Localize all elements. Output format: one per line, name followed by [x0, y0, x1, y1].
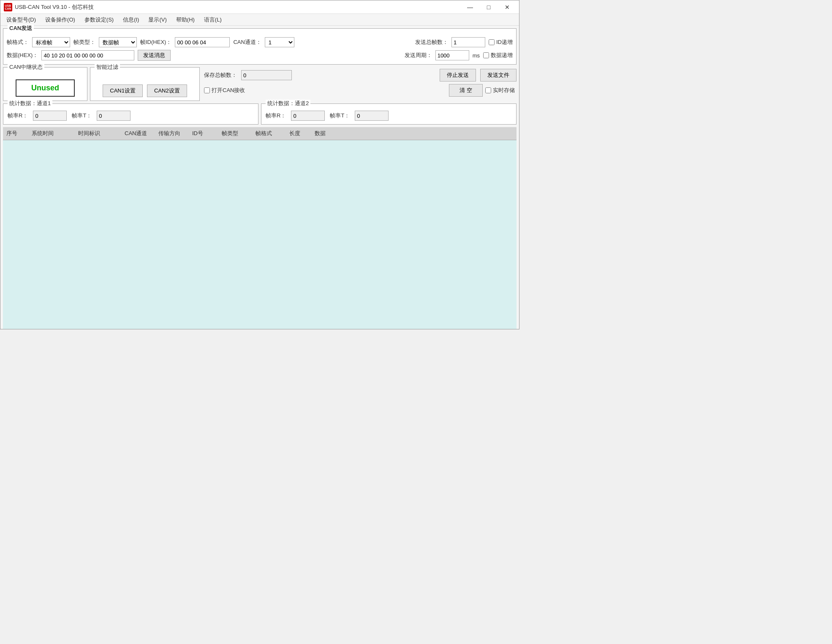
- save-row: 保存总帧数： 停止发送 发送文件: [202, 69, 517, 82]
- stats-section: 统计数据：通道1 帧率R： 帧率T： 统计数据：通道2 帧率R： 帧率T：: [3, 103, 517, 125]
- ch2-frame-rate-t-input: [355, 111, 389, 121]
- send-period-input[interactable]: [435, 50, 469, 60]
- stats-ch2-title: 统计数据：通道2: [266, 100, 310, 107]
- frame-format-label: 帧格式：: [7, 38, 29, 46]
- can1-setup-button[interactable]: CAN1设置: [103, 84, 143, 97]
- stats-ch1-title: 统计数据：通道1: [8, 100, 52, 107]
- realtime-save-label: 实时存储: [493, 87, 515, 94]
- send-file-button[interactable]: 发送文件: [480, 69, 517, 82]
- data-increment-checkbox[interactable]: [483, 52, 489, 58]
- menu-device-type[interactable]: 设备型号(D): [2, 15, 40, 25]
- open-can-receive-label: 打开CAN接收: [212, 87, 245, 94]
- realtime-save-row: 实时存储: [485, 87, 515, 94]
- id-increment-checkbox-row: ID递增: [489, 38, 513, 46]
- stats-ch2-row: 帧率R： 帧率T：: [266, 111, 512, 121]
- stop-send-button[interactable]: 停止发送: [440, 69, 476, 82]
- ch2-frame-rate-t-label: 帧率T：: [330, 112, 350, 120]
- data-hex-label: 数据(HEX)：: [7, 52, 38, 59]
- total-frames-label: 发送总帧数：: [415, 38, 448, 46]
- frame-id-input[interactable]: [175, 37, 230, 47]
- frame-id-label: 帧ID(HEX)：: [140, 38, 171, 46]
- send-msg-button[interactable]: 发送消息: [138, 50, 171, 61]
- col-can-channel: CAN通道: [121, 130, 155, 137]
- menu-language[interactable]: 语言(L): [200, 15, 226, 25]
- minimize-button[interactable]: —: [462, 2, 479, 12]
- table-area[interactable]: [3, 140, 517, 329]
- col-time-mark: 时间标识: [75, 130, 121, 137]
- col-frame-type: 帧类型: [218, 130, 252, 137]
- col-sys-time: 系统时间: [28, 130, 75, 137]
- send-row2: 数据(HEX)： 发送消息 发送周期： ms 数据递增: [7, 50, 513, 61]
- menubar: 设备型号(D) 设备操作(O) 参数设定(S) 信息(I) 显示(V) 帮助(H…: [0, 14, 519, 26]
- send-period-label: 发送周期：: [405, 52, 432, 59]
- right-section: 保存总帧数： 停止发送 发送文件 打开CAN接收 清 空 实时存储: [202, 67, 517, 101]
- filter-buttons: CAN1设置 CAN2设置: [103, 84, 187, 97]
- id-increment-checkbox[interactable]: [489, 39, 495, 45]
- titlebar-left: USBCAN USB-CAN Tool V9.10 - 创芯科技: [4, 3, 94, 11]
- frame-type-select[interactable]: 数据帧 远程帧: [99, 37, 137, 47]
- titlebar: USBCAN USB-CAN Tool V9.10 - 创芯科技 — □ ✕: [0, 0, 519, 14]
- col-length: 长度: [286, 130, 311, 137]
- total-save-label: 保存总帧数：: [204, 71, 237, 79]
- can-send-title: CAN发送: [8, 24, 34, 32]
- stats-ch1-row: 帧率R： 帧率T：: [8, 111, 254, 121]
- stats-ch1-box: 统计数据：通道1 帧率R： 帧率T：: [3, 103, 258, 125]
- stats-ch2-box: 统计数据：通道2 帧率R： 帧率T：: [261, 103, 517, 125]
- data-hex-input[interactable]: [41, 50, 134, 60]
- col-data: 数据: [311, 130, 517, 137]
- menu-display[interactable]: 显示(V): [144, 15, 171, 25]
- action-row: 打开CAN接收 清 空 实时存储: [202, 84, 517, 97]
- app-icon: USBCAN: [4, 3, 12, 11]
- can-channel-select[interactable]: 1 2: [265, 37, 294, 47]
- close-button[interactable]: ✕: [499, 2, 516, 12]
- relay-status-button[interactable]: Unused: [16, 79, 75, 97]
- main-area: CAN发送 帧格式： 标准帧 扩展帧 帧类型： 数据帧 远程帧 帧ID(HEX)…: [0, 26, 519, 329]
- menu-info[interactable]: 信息(I): [119, 15, 143, 25]
- relay-box: CAN中继状态 Unused: [3, 67, 87, 101]
- table-header: 序号 系统时间 时间标识 CAN通道 传输方向 ID号 帧类型 帧格式 长度 数…: [3, 127, 517, 140]
- menu-device-op[interactable]: 设备操作(O): [41, 15, 79, 25]
- total-save-input: [241, 70, 292, 80]
- total-frames-input[interactable]: [451, 37, 485, 47]
- id-increment-label: ID递增: [496, 38, 513, 46]
- can2-setup-button[interactable]: CAN2设置: [147, 84, 187, 97]
- ch1-frame-rate-r-label: 帧率R：: [8, 112, 28, 120]
- ch1-frame-rate-r-input: [33, 111, 67, 121]
- can-send-group: CAN发送 帧格式： 标准帧 扩展帧 帧类型： 数据帧 远程帧 帧ID(HEX)…: [3, 28, 517, 65]
- window-title: USB-CAN Tool V9.10 - 创芯科技: [15, 3, 94, 11]
- ch2-frame-rate-r-input: [291, 111, 325, 121]
- open-can-receive-checkbox[interactable]: [204, 87, 210, 93]
- middle-section: CAN中继状态 Unused 智能过滤 CAN1设置 CAN2设置 保存总帧数：…: [3, 67, 517, 101]
- realtime-save-checkbox[interactable]: [485, 87, 491, 93]
- col-id: ID号: [189, 130, 218, 137]
- send-row1: 帧格式： 标准帧 扩展帧 帧类型： 数据帧 远程帧 帧ID(HEX)： CAN通…: [7, 37, 513, 47]
- relay-title: CAN中继状态: [8, 63, 44, 71]
- filter-box: 智能过滤 CAN1设置 CAN2设置: [90, 67, 200, 101]
- frame-format-select[interactable]: 标准帧 扩展帧: [32, 37, 70, 47]
- ch2-frame-rate-r-label: 帧率R：: [266, 112, 286, 120]
- clear-button[interactable]: 清 空: [449, 84, 483, 97]
- ch1-frame-rate-t-label: 帧率T：: [72, 112, 92, 120]
- can-channel-label: CAN通道：: [233, 38, 261, 46]
- col-frame-format: 帧格式: [252, 130, 286, 137]
- maximize-button[interactable]: □: [480, 2, 497, 12]
- col-direction: 传输方向: [155, 130, 189, 137]
- menu-param-setting[interactable]: 参数设定(S): [80, 15, 118, 25]
- ch1-frame-rate-t-input: [97, 111, 131, 121]
- data-increment-label: 数据递增: [491, 52, 513, 59]
- frame-type-label: 帧类型：: [73, 38, 95, 46]
- open-can-receive-row: 打开CAN接收: [204, 87, 245, 94]
- menu-help[interactable]: 帮助(H): [172, 15, 199, 25]
- titlebar-controls: — □ ✕: [462, 2, 516, 12]
- col-seq: 序号: [3, 130, 28, 137]
- send-period-unit: ms: [473, 52, 480, 59]
- filter-title: 智能过滤: [95, 63, 120, 71]
- data-increment-checkbox-row: 数据递增: [483, 52, 513, 59]
